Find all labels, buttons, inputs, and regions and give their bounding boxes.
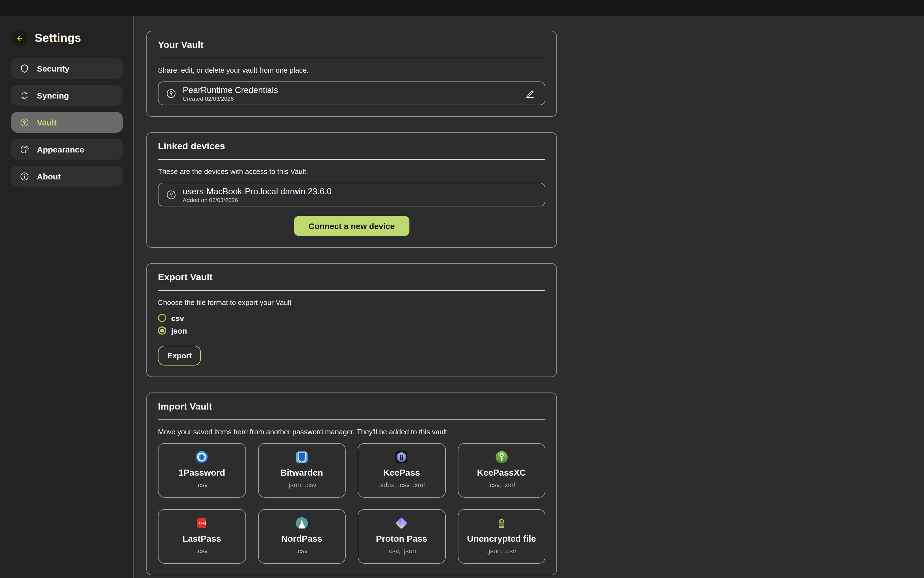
sidebar-item-syncing[interactable]: Syncing: [11, 85, 123, 106]
divider: [158, 419, 545, 420]
import-tile-keepass[interactable]: KeePass .kdbx, .csv, .xml: [358, 443, 446, 498]
keepass-icon: [396, 450, 408, 464]
edit-vault-button[interactable]: [523, 86, 537, 101]
settings-sidebar: Settings Security Syncing: [0, 16, 134, 578]
provider-name: KeePass: [383, 468, 420, 478]
provider-formats: .csv: [296, 547, 308, 555]
vault-item[interactable]: PearRuntime Credentials Created 02/03/20…: [158, 81, 545, 105]
sidebar-item-label: Security: [37, 63, 69, 73]
provider-formats: .csv, .xml: [488, 481, 515, 489]
keyhole-icon: [20, 117, 29, 127]
sidebar-item-label: Syncing: [37, 91, 69, 100]
export-button[interactable]: Export: [158, 346, 201, 365]
connect-new-device-button[interactable]: Connect a new device: [293, 216, 409, 236]
sidebar-item-about[interactable]: About: [11, 166, 123, 187]
page-title: Settings: [35, 31, 81, 45]
nordpass-icon: [295, 516, 308, 530]
card-description: Move your saved items here from another …: [158, 428, 545, 437]
device-added-date: Added on 02/03/2026: [183, 196, 332, 203]
export-format-group: csv json: [158, 313, 545, 336]
provider-name: Unencrypted file: [467, 534, 536, 544]
radio-button-json[interactable]: [158, 326, 166, 335]
radio-label: json: [171, 326, 187, 335]
import-vault-card: Import Vault Move your saved items here …: [146, 393, 557, 575]
sync-icon: [20, 91, 29, 100]
provider-formats: .csv, .json: [387, 547, 416, 555]
provider-name: Proton Pass: [376, 534, 427, 544]
linked-devices-card: Linked devices These are the devices wit…: [146, 132, 557, 248]
provider-formats: .csv: [196, 481, 208, 489]
card-title: Linked devices: [158, 141, 545, 152]
shield-icon: [20, 63, 29, 73]
import-tile-proton-pass[interactable]: Proton Pass .csv, .json: [358, 509, 446, 564]
card-description: These are the devices with access to thi…: [158, 167, 545, 176]
window-titlebar: [0, 0, 924, 16]
device-name: users-MacBook-Pro.local darwin 23.6.0: [183, 186, 332, 196]
info-icon: [20, 172, 29, 181]
radio-option-csv[interactable]: csv: [158, 313, 545, 323]
bitwarden-icon: [295, 450, 308, 464]
keepassxc-icon: [495, 450, 508, 464]
import-tile-unencrypted-file[interactable]: Unencrypted file .json, .csv: [457, 509, 545, 564]
lastpass-icon: [196, 516, 208, 530]
import-tile-keepassxc[interactable]: KeePassXC .csv, .xml: [457, 443, 545, 498]
divider: [158, 290, 545, 291]
unencrypted-file-icon: [495, 516, 508, 530]
provider-name: Bitwarden: [280, 468, 323, 478]
sidebar-item-label: Vault: [37, 117, 57, 127]
sidebar-item-label: Appearance: [37, 144, 84, 154]
import-tile-nordpass[interactable]: NordPass .csv: [258, 509, 345, 564]
onepassword-icon: [196, 450, 208, 464]
vault-name: PearRuntime Credentials: [183, 85, 278, 94]
provider-formats: .json, .csv: [287, 481, 316, 489]
sidebar-header: Settings: [11, 30, 133, 46]
card-description: Choose the file format to export your Va…: [158, 298, 545, 307]
sidebar-item-security[interactable]: Security: [11, 58, 123, 79]
provider-name: LastPass: [182, 534, 221, 544]
divider: [158, 58, 545, 58]
provider-name: KeePassXC: [477, 468, 526, 478]
card-description: Share, edit, or delete your vault from o…: [158, 66, 545, 75]
card-title: Import Vault: [158, 401, 545, 412]
card-title: Your Vault: [158, 40, 545, 50]
sidebar-item-appearance[interactable]: Appearance: [11, 139, 123, 160]
edit-pencil-icon: [524, 88, 535, 99]
radio-label: csv: [171, 313, 184, 322]
radio-button-csv[interactable]: [158, 314, 166, 322]
divider: [158, 159, 545, 160]
sidebar-item-label: About: [37, 172, 61, 181]
protonpass-icon: [395, 516, 409, 530]
keyhole-icon: [166, 190, 176, 200]
card-title: Export Vault: [158, 272, 545, 283]
sidebar-item-vault[interactable]: Vault: [11, 112, 123, 133]
app-window: Settings Security Syncing: [0, 0, 924, 578]
settings-main: Your Vault Share, edit, or delete your v…: [134, 16, 924, 578]
arrow-left-icon: [15, 33, 24, 43]
sidebar-nav: Security Syncing Vault: [11, 58, 123, 187]
import-tile-1password[interactable]: 1Password .csv: [158, 443, 246, 498]
your-vault-card: Your Vault Share, edit, or delete your v…: [146, 31, 557, 117]
provider-name: 1Password: [178, 468, 225, 478]
vault-created-date: Created 02/03/2026: [183, 95, 278, 102]
radio-option-json[interactable]: json: [158, 325, 545, 336]
provider-name: NordPass: [281, 534, 322, 544]
palette-icon: [20, 144, 29, 154]
back-button[interactable]: [11, 30, 28, 46]
import-tile-bitwarden[interactable]: Bitwarden .json, .csv: [258, 443, 345, 498]
export-vault-card: Export Vault Choose the file format to e…: [146, 263, 557, 377]
import-tile-lastpass[interactable]: LastPass .csv: [158, 509, 246, 564]
import-provider-grid: 1Password .csv Bitwarden .json, .csv: [158, 443, 545, 564]
provider-formats: .json, .csv: [487, 547, 516, 555]
provider-formats: .csv: [196, 547, 208, 555]
device-item[interactable]: users-MacBook-Pro.local darwin 23.6.0 Ad…: [158, 183, 545, 206]
provider-formats: .kdbx, .csv, .xml: [378, 481, 425, 489]
keyhole-icon: [166, 88, 176, 98]
